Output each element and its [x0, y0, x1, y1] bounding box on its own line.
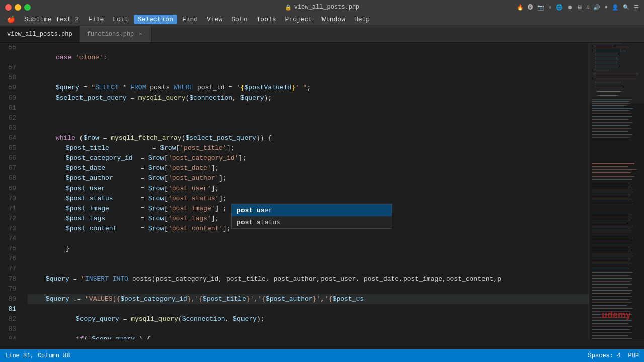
title-filename: view_all_posts.php — [294, 4, 360, 11]
minimap-content — [589, 43, 644, 339]
line-num: 77 — [0, 264, 20, 274]
svg-rect-74 — [592, 287, 628, 288]
autocomplete-dropdown[interactable]: post_user post_status — [231, 204, 392, 229]
maximize-button[interactable] — [24, 4, 31, 11]
svg-rect-41 — [592, 179, 632, 180]
svg-rect-36 — [592, 163, 634, 164]
svg-rect-78 — [592, 299, 630, 300]
minimize-button[interactable] — [15, 4, 21, 11]
menu-tools[interactable]: Tools — [253, 15, 280, 24]
svg-rect-22 — [592, 103, 631, 104]
line-num: 84 — [0, 334, 20, 339]
menu-goto[interactable]: Goto — [227, 15, 251, 24]
svg-rect-35 — [589, 43, 644, 103]
svg-rect-38 — [592, 169, 637, 170]
code-line-79: $query = "INSERT INTO posts(post_categor… — [28, 274, 589, 284]
svg-rect-87 — [592, 326, 632, 327]
svg-rect-77 — [592, 296, 632, 297]
svg-rect-28 — [592, 119, 629, 120]
svg-rect-61 — [592, 247, 630, 247]
svg-rect-69 — [592, 272, 633, 273]
code-line-75 — [28, 234, 589, 244]
line-num: 57 — [0, 63, 20, 73]
close-button[interactable] — [5, 4, 12, 11]
autocomplete-text: post_user — [237, 207, 272, 214]
line-num: 73 — [0, 224, 20, 234]
titlebar-left — [5, 4, 31, 11]
menu-file[interactable]: File — [84, 15, 108, 24]
line-num: 69 — [0, 184, 20, 194]
svg-rect-81 — [592, 308, 633, 309]
line-num — [0, 53, 20, 63]
svg-rect-56 — [592, 232, 631, 232]
code-line-76: } — [28, 244, 589, 254]
minimap[interactable]: udemy — [589, 43, 644, 339]
svg-rect-90 — [592, 335, 628, 336]
line-num: 63 — [0, 123, 20, 133]
svg-rect-39 — [592, 172, 631, 173]
tab-view-all-posts[interactable]: view_all_posts.php — [0, 26, 80, 42]
menu-project[interactable]: Project — [281, 15, 317, 24]
code-line-78 — [28, 264, 589, 274]
menu-apple[interactable]: 🍎 — [3, 15, 19, 25]
code-line-57: case 'clone' : — [28, 53, 589, 63]
svg-rect-63 — [592, 253, 629, 253]
code-line-64 — [28, 123, 589, 133]
svg-rect-57 — [592, 235, 628, 235]
tab-functions[interactable]: functions.php × — [80, 26, 152, 42]
svg-rect-23 — [592, 105, 627, 106]
code-line-68: $post_date = $row [ 'post_date' ]; — [28, 163, 589, 173]
menu-app[interactable]: Sublime Text 2 — [20, 15, 83, 24]
svg-rect-64 — [592, 256, 633, 256]
svg-rect-34 — [592, 137, 630, 138]
menu-help[interactable]: Help — [350, 15, 374, 24]
menu-view[interactable]: View — [203, 15, 226, 24]
titlebar-right: 🔥 🅐 📷 ⬇ 🌐 ⏺ 🖥 ♫ 🔊 ♦ 👤 🔍 ☰ — [517, 4, 639, 11]
line-numbers: 55 57 58 59 60 61 62 63 64 65 66 67 68 6… — [0, 43, 25, 339]
svg-rect-73 — [592, 284, 631, 285]
svg-rect-32 — [592, 131, 628, 132]
svg-rect-27 — [592, 116, 632, 117]
code-line-55 — [28, 43, 589, 53]
menu-window[interactable]: Window — [317, 15, 349, 24]
code-line-60: $query = "SELECT * FROM posts WHERE post… — [28, 83, 589, 93]
menu-edit[interactable]: Edit — [109, 15, 132, 24]
autocomplete-item-post-user[interactable]: post_user — [232, 204, 392, 216]
status-left: Line 81, Column 88 — [5, 352, 70, 359]
code-area[interactable]: case 'clone' : $query = "SELECT * FROM p… — [25, 43, 589, 339]
line-num: 81 — [0, 304, 20, 314]
menu-bar: 🍎 Sublime Text 2 File Edit Selection Fin… — [0, 14, 644, 25]
status-bar: Line 81, Column 88 Spaces: 4 PHP — [0, 349, 644, 362]
code-line-66: $post_title = $row [ 'post_title' ]; — [28, 143, 589, 153]
svg-rect-24 — [592, 108, 633, 109]
svg-rect-37 — [592, 166, 628, 167]
svg-rect-76 — [592, 293, 630, 294]
menu-find[interactable]: Find — [178, 15, 202, 24]
svg-rect-48 — [592, 201, 628, 201]
line-num: 71 — [0, 204, 20, 214]
svg-rect-30 — [592, 125, 630, 126]
status-right: Spaces: 4 PHP — [588, 352, 639, 359]
svg-rect-91 — [592, 338, 632, 339]
svg-rect-71 — [592, 278, 632, 279]
tab-close-icon[interactable]: × — [137, 31, 144, 38]
line-num: 74 — [0, 234, 20, 244]
svg-rect-47 — [592, 198, 632, 198]
autocomplete-item-post-status[interactable]: post_status — [232, 216, 392, 228]
svg-rect-52 — [592, 220, 631, 220]
svg-rect-59 — [592, 241, 630, 241]
svg-rect-29 — [592, 122, 633, 123]
code-line-59 — [28, 73, 589, 83]
svg-rect-68 — [592, 269, 629, 269]
code-line-69: $post_author = $row [ 'post_author' ]; — [28, 173, 589, 184]
line-num: 78 — [0, 274, 20, 284]
svg-rect-86 — [592, 323, 628, 324]
code-line-61: $select_post_query = mysqli_query ( $con… — [28, 93, 589, 103]
code-line-82 — [28, 304, 589, 314]
status-line-col: Line 81, Column 88 — [5, 352, 70, 359]
svg-rect-72 — [592, 281, 630, 282]
svg-rect-42 — [592, 183, 630, 183]
menu-selection[interactable]: Selection — [134, 15, 177, 24]
code-line-81: $query .= "VALUES({$post_category_id},'{… — [28, 294, 589, 304]
svg-rect-62 — [592, 250, 631, 250]
